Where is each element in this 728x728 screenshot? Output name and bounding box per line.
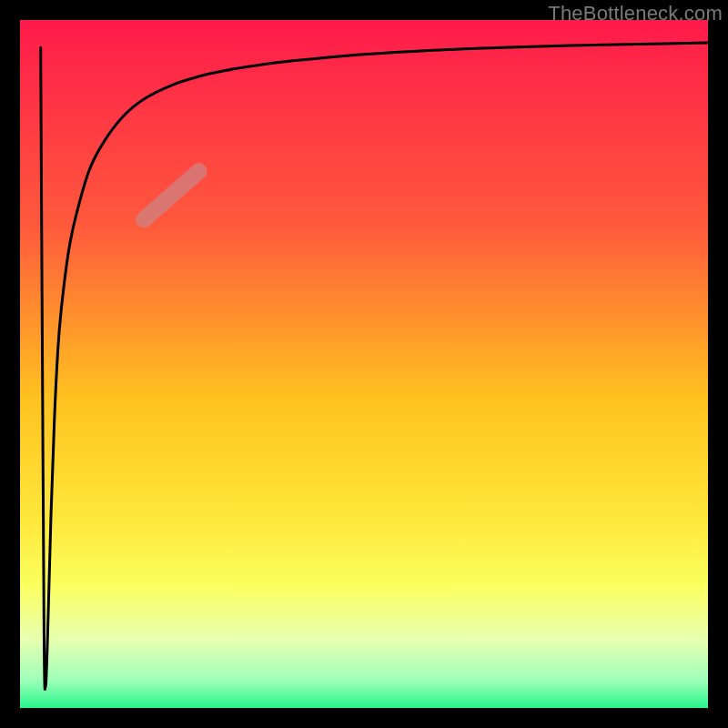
gradient-background (20, 20, 708, 708)
watermark-label: TheBottleneck.com (548, 2, 723, 25)
bottleneck-chart (0, 0, 728, 728)
chart-stage: TheBottleneck.com (0, 0, 728, 728)
